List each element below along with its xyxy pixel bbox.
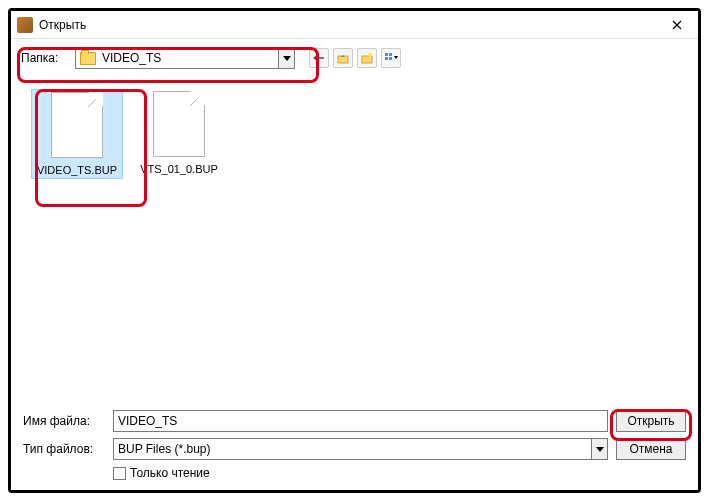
file-icon [153,91,205,157]
up-one-level-button[interactable] [333,48,353,68]
filename-label: Имя файла: [23,414,105,428]
chevron-down-icon [278,48,294,68]
file-item-label: VIDEO_TS.BUP [37,164,117,176]
filetype-dropdown[interactable]: BUP Files (*.bup) [113,438,608,460]
open-button[interactable]: Открыть [616,410,686,432]
filename-field[interactable] [113,410,608,432]
filetype-label: Тип файлов: [23,442,105,456]
bottom-panel: Имя файла: Открыть Тип файлов: BUP Files… [11,404,698,490]
file-list[interactable]: VIDEO_TS.BUP VTS_01_0.BUP [11,77,698,404]
file-item[interactable]: VTS_01_0.BUP [133,89,225,177]
file-item-label: VTS_01_0.BUP [140,163,218,175]
titlebar: Открыть [11,11,698,39]
svg-point-2 [368,53,372,57]
folder-up-icon [337,52,349,64]
view-icon [384,52,398,64]
back-icon [313,53,325,63]
svg-rect-3 [385,53,388,56]
new-folder-icon [361,52,373,64]
close-button[interactable] [662,15,692,35]
svg-rect-5 [385,57,388,60]
svg-rect-0 [338,56,348,63]
folder-dropdown[interactable]: VIDEO_TS [75,47,295,69]
svg-rect-6 [389,57,392,60]
window-title: Открыть [39,18,662,32]
go-back-button[interactable] [309,48,329,68]
filetype-dropdown-value: BUP Files (*.bup) [114,442,591,456]
folder-toolbar: Папка: VIDEO_TS [11,39,698,77]
readonly-label: Только чтение [130,466,210,480]
svg-rect-4 [389,53,392,56]
folder-icon [80,52,96,65]
file-item[interactable]: VIDEO_TS.BUP [31,89,123,179]
folder-label: Папка: [21,51,69,65]
cancel-button[interactable]: Отмена [616,438,686,460]
view-menu-button[interactable] [381,48,401,68]
svg-rect-1 [362,56,372,63]
folder-dropdown-value: VIDEO_TS [100,51,278,65]
file-icon [51,92,103,158]
chevron-down-icon [591,439,607,459]
readonly-checkbox[interactable] [113,467,126,480]
close-icon [672,20,682,30]
app-icon [17,17,33,33]
new-folder-button[interactable] [357,48,377,68]
open-file-dialog: Открыть Папка: VIDEO_TS VIDEO_TS.BUP VTS [11,11,698,490]
